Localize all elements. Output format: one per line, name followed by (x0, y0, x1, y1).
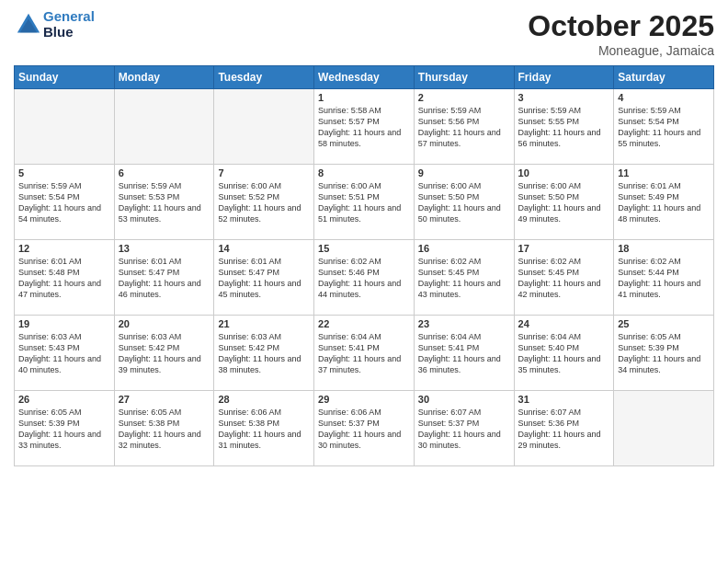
day-info: Sunrise: 6:03 AMSunset: 5:42 PMDaylight:… (119, 331, 210, 376)
day-cell: 31Sunrise: 6:07 AMSunset: 5:36 PMDayligh… (514, 391, 614, 466)
day-cell: 13Sunrise: 6:01 AMSunset: 5:47 PMDayligh… (114, 240, 214, 316)
day-info: Sunrise: 6:03 AMSunset: 5:42 PMDaylight:… (218, 331, 310, 376)
day-info: Sunrise: 6:07 AMSunset: 5:36 PMDaylight:… (518, 407, 610, 452)
day-number: 17 (518, 243, 610, 254)
month-title: October 2025 (528, 9, 714, 43)
day-number: 24 (518, 318, 610, 329)
day-info: Sunrise: 6:02 AMSunset: 5:45 PMDaylight:… (518, 256, 610, 301)
day-cell: 20Sunrise: 6:03 AMSunset: 5:42 PMDayligh… (114, 316, 214, 391)
day-cell: 23Sunrise: 6:04 AMSunset: 5:41 PMDayligh… (414, 316, 514, 391)
weekday-header-friday: Friday (514, 66, 614, 89)
day-number: 3 (518, 92, 610, 103)
calendar-table: SundayMondayTuesdayWednesdayThursdayFrid… (14, 65, 714, 466)
day-number: 14 (218, 243, 310, 254)
title-block: October 2025 Moneague, Jamaica (528, 9, 714, 58)
weekday-header-monday: Monday (114, 66, 214, 89)
week-row-2: 12Sunrise: 6:01 AMSunset: 5:48 PMDayligh… (15, 240, 714, 316)
day-cell: 24Sunrise: 6:04 AMSunset: 5:40 PMDayligh… (514, 316, 614, 391)
day-cell: 11Sunrise: 6:01 AMSunset: 5:49 PMDayligh… (614, 165, 714, 240)
day-info: Sunrise: 6:06 AMSunset: 5:37 PMDaylight:… (318, 407, 410, 452)
day-number: 29 (318, 394, 410, 405)
day-info: Sunrise: 5:59 AMSunset: 5:56 PMDaylight:… (418, 105, 510, 150)
day-cell: 2Sunrise: 5:59 AMSunset: 5:56 PMDaylight… (414, 89, 514, 165)
day-cell: 27Sunrise: 6:05 AMSunset: 5:38 PMDayligh… (114, 391, 214, 466)
weekday-header-row: SundayMondayTuesdayWednesdayThursdayFrid… (15, 66, 714, 89)
day-number: 30 (418, 394, 510, 405)
day-cell: 30Sunrise: 6:07 AMSunset: 5:37 PMDayligh… (414, 391, 514, 466)
day-cell: 3Sunrise: 5:59 AMSunset: 5:55 PMDaylight… (514, 89, 614, 165)
day-info: Sunrise: 5:59 AMSunset: 5:54 PMDaylight:… (18, 180, 110, 225)
day-info: Sunrise: 5:59 AMSunset: 5:53 PMDaylight:… (119, 180, 210, 225)
day-cell: 8Sunrise: 6:00 AMSunset: 5:51 PMDaylight… (314, 165, 415, 240)
day-number: 5 (18, 167, 110, 178)
day-cell: 16Sunrise: 6:02 AMSunset: 5:45 PMDayligh… (414, 240, 514, 316)
day-number: 6 (119, 167, 210, 178)
day-number: 11 (618, 167, 710, 178)
day-number: 13 (119, 243, 210, 254)
day-info: Sunrise: 6:04 AMSunset: 5:41 PMDaylight:… (318, 331, 410, 376)
day-cell (15, 89, 115, 165)
day-cell: 4Sunrise: 5:59 AMSunset: 5:54 PMDaylight… (614, 89, 714, 165)
day-number: 18 (618, 243, 710, 254)
day-info: Sunrise: 6:03 AMSunset: 5:43 PMDaylight:… (18, 331, 110, 376)
day-info: Sunrise: 6:00 AMSunset: 5:51 PMDaylight:… (318, 180, 410, 225)
day-info: Sunrise: 5:59 AMSunset: 5:55 PMDaylight:… (518, 105, 610, 150)
day-number: 2 (418, 92, 510, 103)
day-info: Sunrise: 6:02 AMSunset: 5:46 PMDaylight:… (318, 256, 410, 301)
day-number: 10 (518, 167, 610, 178)
header: General Blue October 2025 Moneague, Jama… (14, 9, 714, 58)
day-info: Sunrise: 6:01 AMSunset: 5:47 PMDaylight:… (218, 256, 310, 301)
day-cell: 26Sunrise: 6:05 AMSunset: 5:39 PMDayligh… (15, 391, 115, 466)
day-info: Sunrise: 6:05 AMSunset: 5:38 PMDaylight:… (119, 407, 210, 452)
week-row-3: 19Sunrise: 6:03 AMSunset: 5:43 PMDayligh… (15, 316, 714, 391)
weekday-header-sunday: Sunday (15, 66, 115, 89)
day-number: 23 (418, 318, 510, 329)
day-number: 26 (18, 394, 110, 405)
day-cell: 21Sunrise: 6:03 AMSunset: 5:42 PMDayligh… (214, 316, 314, 391)
day-info: Sunrise: 6:01 AMSunset: 5:47 PMDaylight:… (119, 256, 210, 301)
day-number: 16 (418, 243, 510, 254)
day-cell: 29Sunrise: 6:06 AMSunset: 5:37 PMDayligh… (314, 391, 415, 466)
day-cell: 28Sunrise: 6:06 AMSunset: 5:38 PMDayligh… (214, 391, 314, 466)
day-info: Sunrise: 6:00 AMSunset: 5:50 PMDaylight:… (518, 180, 610, 225)
logo-blue: Blue (43, 25, 95, 40)
day-info: Sunrise: 6:00 AMSunset: 5:52 PMDaylight:… (218, 180, 310, 225)
day-info: Sunrise: 5:58 AMSunset: 5:57 PMDaylight:… (318, 105, 410, 150)
day-info: Sunrise: 6:02 AMSunset: 5:45 PMDaylight:… (418, 256, 510, 301)
day-cell: 6Sunrise: 5:59 AMSunset: 5:53 PMDaylight… (114, 165, 214, 240)
day-number: 20 (119, 318, 210, 329)
logo: General Blue (14, 9, 95, 40)
weekday-header-saturday: Saturday (614, 66, 714, 89)
day-cell: 12Sunrise: 6:01 AMSunset: 5:48 PMDayligh… (15, 240, 115, 316)
day-info: Sunrise: 6:06 AMSunset: 5:38 PMDaylight:… (218, 407, 310, 452)
location: Moneague, Jamaica (528, 43, 714, 58)
week-row-1: 5Sunrise: 5:59 AMSunset: 5:54 PMDaylight… (15, 165, 714, 240)
day-info: Sunrise: 6:02 AMSunset: 5:44 PMDaylight:… (618, 256, 710, 301)
weekday-header-wednesday: Wednesday (314, 66, 415, 89)
day-cell: 22Sunrise: 6:04 AMSunset: 5:41 PMDayligh… (314, 316, 415, 391)
day-cell: 9Sunrise: 6:00 AMSunset: 5:50 PMDaylight… (414, 165, 514, 240)
day-cell (214, 89, 314, 165)
day-number: 25 (618, 318, 710, 329)
week-row-0: 1Sunrise: 5:58 AMSunset: 5:57 PMDaylight… (15, 89, 714, 165)
day-cell: 5Sunrise: 5:59 AMSunset: 5:54 PMDaylight… (15, 165, 115, 240)
day-info: Sunrise: 6:01 AMSunset: 5:49 PMDaylight:… (618, 180, 710, 225)
day-info: Sunrise: 6:05 AMSunset: 5:39 PMDaylight:… (618, 331, 710, 376)
day-number: 28 (218, 394, 310, 405)
day-info: Sunrise: 5:59 AMSunset: 5:54 PMDaylight:… (618, 105, 710, 150)
page: General Blue October 2025 Moneague, Jama… (0, 0, 728, 563)
day-number: 31 (518, 394, 610, 405)
day-number: 9 (418, 167, 510, 178)
day-cell (114, 89, 214, 165)
logo-icon (16, 12, 41, 38)
day-info: Sunrise: 6:07 AMSunset: 5:37 PMDaylight:… (418, 407, 510, 452)
day-cell: 10Sunrise: 6:00 AMSunset: 5:50 PMDayligh… (514, 165, 614, 240)
day-cell: 17Sunrise: 6:02 AMSunset: 5:45 PMDayligh… (514, 240, 614, 316)
day-number: 4 (618, 92, 710, 103)
day-info: Sunrise: 6:05 AMSunset: 5:39 PMDaylight:… (18, 407, 110, 452)
day-cell: 25Sunrise: 6:05 AMSunset: 5:39 PMDayligh… (614, 316, 714, 391)
weekday-header-thursday: Thursday (414, 66, 514, 89)
day-cell: 1Sunrise: 5:58 AMSunset: 5:57 PMDaylight… (314, 89, 415, 165)
day-cell: 18Sunrise: 6:02 AMSunset: 5:44 PMDayligh… (614, 240, 714, 316)
day-cell: 14Sunrise: 6:01 AMSunset: 5:47 PMDayligh… (214, 240, 314, 316)
